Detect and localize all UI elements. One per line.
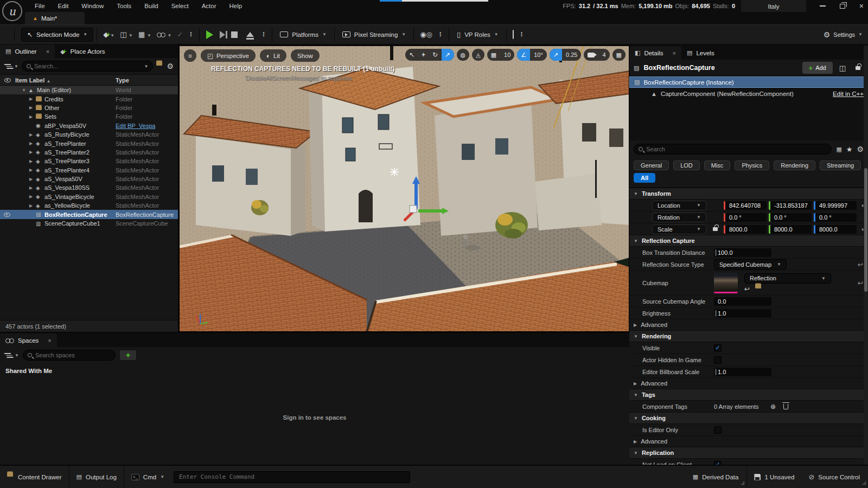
display-options-icon[interactable]: ▦	[836, 146, 841, 153]
close-button[interactable]: ×	[859, 3, 864, 9]
binding-icon[interactable]: ▼	[154, 30, 175, 38]
outliner-row[interactable]: ▶ ◈ aS_TreePlanter2 StaticMeshActor	[0, 148, 178, 157]
rotate-tool[interactable]: ↻	[429, 49, 441, 61]
spaces-search[interactable]	[23, 350, 116, 361]
cubemap-angle-input[interactable]: 0.0	[714, 297, 771, 306]
actor-label[interactable]: aS_Vespa50V	[44, 176, 116, 182]
outliner-row[interactable]: ▨ BoxReflectionCapture BoxReflectionCapt…	[0, 210, 178, 219]
expand-arrow[interactable]: ▶	[29, 203, 36, 208]
spaces-filter-chevron[interactable]: ▼	[15, 353, 19, 358]
filter-chip-rendering[interactable]: Rendering	[774, 160, 815, 170]
trash-icon[interactable]	[783, 404, 788, 409]
close-icon[interactable]: ×	[673, 50, 676, 56]
filter-chip-physics[interactable]: Physics	[735, 160, 769, 170]
actor-type[interactable]: StaticMeshActor	[116, 167, 178, 174]
outliner-search[interactable]: ▼	[22, 61, 154, 72]
console-command-field[interactable]	[174, 471, 410, 483]
vcam-dots[interactable]: ⋮	[516, 31, 527, 38]
axis-y-input[interactable]: -313.853187	[769, 201, 812, 210]
console-input[interactable]	[179, 473, 405, 480]
tab-place-actors[interactable]: ◆+ Place Actors	[55, 44, 110, 58]
rotation-snap-value[interactable]: 10°	[530, 49, 547, 61]
expand-arrow[interactable]: ▶	[29, 177, 36, 182]
brightness-input[interactable]: 1.0	[714, 309, 771, 318]
visibility-column-icon[interactable]	[4, 78, 11, 82]
expand-arrow[interactable]: ▶	[29, 168, 36, 172]
filter-chip-lod[interactable]: LOD	[673, 160, 700, 170]
actor-label[interactable]: Other	[44, 105, 116, 111]
transform-axis-dropdown[interactable]: Rotation▼	[652, 213, 706, 222]
cinematics-icon[interactable]: ▦ ▼	[136, 30, 154, 38]
axis-x-input[interactable]: 0.0 °	[724, 213, 767, 222]
transform-axis-dropdown[interactable]: Location▼	[652, 201, 706, 210]
perspective-dropdown[interactable]: ◰ Perspective	[201, 49, 256, 62]
restore-button[interactable]	[840, 4, 845, 9]
content-drawer-button[interactable]: Content Drawer	[0, 466, 69, 488]
world-space-toggle[interactable]: ◍	[457, 49, 470, 61]
menu-edit[interactable]: Edit	[52, 1, 75, 11]
actor-label[interactable]: Main (Editor)	[37, 87, 116, 93]
details-search-input[interactable]	[646, 146, 827, 152]
expand-arrow[interactable]: ▶	[29, 97, 36, 101]
toolbar-overflow-dots[interactable]: ⋮	[186, 31, 196, 38]
actor-type[interactable]: BoxReflectionCapture	[116, 211, 178, 218]
frame-skip-button[interactable]	[220, 31, 225, 38]
grid-snap-icon[interactable]: ▦	[487, 49, 500, 61]
multi-user-icon[interactable]: ◉◎	[417, 30, 435, 38]
actor-label[interactable]: aS_RustyBicycle	[44, 131, 116, 138]
actor-type[interactable]: World	[116, 87, 178, 93]
viewport-options-menu[interactable]: ≡	[184, 49, 196, 62]
menu-file[interactable]: File	[28, 1, 52, 11]
expand-arrow[interactable]: ▶	[29, 185, 36, 190]
section-cooking[interactable]: ▼Cooking	[629, 413, 868, 424]
actor-type[interactable]: StaticMeshActor	[116, 194, 178, 200]
section-transform[interactable]: ▼Transform	[629, 188, 868, 200]
menu-actor[interactable]: Actor	[195, 1, 223, 11]
outliner-row[interactable]: ▶ ◈ aS_Vespa180SS StaticMeshActor	[0, 183, 178, 192]
outliner-row[interactable]: ▥ SceneCaptureCube1 SceneCaptureCube	[0, 219, 178, 228]
expand-arrow[interactable]: ▼	[22, 88, 28, 93]
pixel-streaming-dropdown[interactable]: Pixel Streaming▼	[338, 31, 410, 38]
new-folder-icon[interactable]	[156, 63, 163, 69]
cubemap-thumbnail[interactable]	[714, 273, 738, 293]
outliner-settings-icon[interactable]: ⚙	[167, 62, 174, 70]
vp-roles-dropdown[interactable]: ▯ VP Roles▼	[452, 30, 503, 38]
outliner-row[interactable]: ▶ ◈ aS_RustyBicycle StaticMeshActor	[0, 130, 178, 139]
editor-only-checkbox[interactable]	[714, 426, 722, 434]
expand-arrow[interactable]: ▶	[29, 159, 36, 164]
stop-button[interactable]	[231, 31, 238, 38]
actor-label[interactable]: aS_TreePlanter3	[44, 158, 116, 164]
section-tags[interactable]: ▼Tags	[629, 389, 868, 401]
edit-in-cpp-link[interactable]: Edit in C++	[833, 91, 864, 97]
outliner-row[interactable]: ▶ ◈ aS_TreePlanter4 StaticMeshActor	[0, 166, 178, 175]
outliner-search-input[interactable]	[34, 63, 141, 69]
rotation-snap-icon[interactable]: ∠	[517, 49, 530, 61]
filter-icon[interactable]	[4, 64, 11, 69]
outliner-row[interactable]: ▶ Sets Folder	[0, 112, 178, 121]
menu-select[interactable]: Select	[165, 1, 195, 11]
output-log-button[interactable]: ▤ Output Log	[69, 466, 124, 488]
add-space-button[interactable]: +	[119, 350, 137, 361]
actor-type[interactable]: Folder	[116, 105, 178, 111]
add-component-button[interactable]: + Add	[802, 62, 833, 74]
actor-label[interactable]: Sets	[44, 113, 116, 120]
close-icon[interactable]: ×	[46, 48, 49, 55]
tab-spaces[interactable]: Spaces ×	[0, 333, 57, 347]
cmd-dropdown[interactable]: >_ Cmd▼	[124, 466, 171, 488]
box-transition-input[interactable]: 100.0	[714, 248, 771, 257]
section-replication[interactable]: ▼Replication	[629, 447, 868, 459]
lit-dropdown[interactable]: ◐ Lit	[260, 49, 286, 62]
settings-dropdown[interactable]: ⚙ Settings▼	[824, 30, 863, 39]
outliner-row[interactable]: ▶ ◈ as_YellowBicycle StaticMeshActor	[0, 201, 178, 210]
type-column[interactable]: Type	[116, 77, 178, 84]
actor-label[interactable]: aS_TreePlanter2	[44, 149, 116, 156]
select-tool[interactable]: ↖	[405, 49, 418, 61]
axis-z-input[interactable]: 0.0 °	[814, 213, 857, 222]
expand-arrow[interactable]: ▶	[29, 150, 36, 155]
scale-tool[interactable]: ↗	[442, 49, 454, 61]
axis-y-input[interactable]: 8000.0	[769, 225, 812, 234]
tab-details[interactable]: ◧ Details ×	[629, 46, 681, 60]
surface-snap-toggle[interactable]: ◬	[472, 49, 484, 61]
advanced-expander[interactable]: ▶Advanced	[629, 436, 868, 447]
menu-window[interactable]: Window	[75, 1, 110, 11]
